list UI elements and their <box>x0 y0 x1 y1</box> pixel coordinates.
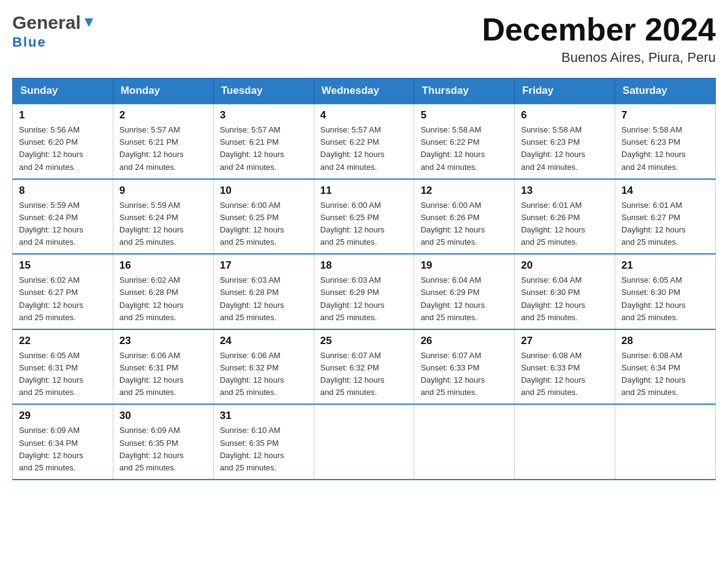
day-number: 15 <box>19 259 107 272</box>
table-row: 27 Sunrise: 6:08 AM Sunset: 6:33 PM Dayl… <box>515 329 615 405</box>
day-number: 16 <box>119 259 207 272</box>
day-info: Sunrise: 6:00 AM Sunset: 6:26 PM Dayligh… <box>420 199 508 249</box>
table-row: 22 Sunrise: 6:05 AM Sunset: 6:31 PM Dayl… <box>13 329 113 405</box>
table-row: 19 Sunrise: 6:04 AM Sunset: 6:29 PM Dayl… <box>414 254 515 329</box>
day-info: Sunrise: 6:03 AM Sunset: 6:29 PM Dayligh… <box>320 274 408 324</box>
table-row: 23 Sunrise: 6:06 AM Sunset: 6:31 PM Dayl… <box>113 329 213 405</box>
calendar-subtitle: Buenos Aires, Piura, Peru <box>482 50 716 66</box>
day-number: 3 <box>220 109 308 121</box>
day-number: 28 <box>621 335 709 347</box>
day-number: 25 <box>320 335 408 347</box>
calendar-week-row: 22 Sunrise: 6:05 AM Sunset: 6:31 PM Dayl… <box>13 329 716 405</box>
table-row: 25 Sunrise: 6:07 AM Sunset: 6:32 PM Dayl… <box>314 329 414 405</box>
day-number: 29 <box>19 410 107 422</box>
calendar-header-row: Sunday Monday Tuesday Wednesday Thursday… <box>13 79 716 104</box>
table-row: 24 Sunrise: 6:06 AM Sunset: 6:32 PM Dayl… <box>213 329 314 405</box>
header-sunday: Sunday <box>13 79 113 104</box>
day-number: 22 <box>19 335 107 347</box>
day-info: Sunrise: 6:00 AM Sunset: 6:25 PM Dayligh… <box>220 199 308 249</box>
day-info: Sunrise: 6:02 AM Sunset: 6:27 PM Dayligh… <box>19 274 107 324</box>
day-number: 27 <box>521 335 609 347</box>
day-number: 9 <box>119 185 207 197</box>
day-info: Sunrise: 5:59 AM Sunset: 6:24 PM Dayligh… <box>119 199 207 249</box>
table-row: 6 Sunrise: 5:58 AM Sunset: 6:23 PM Dayli… <box>515 104 615 179</box>
table-row: 26 Sunrise: 6:07 AM Sunset: 6:33 PM Dayl… <box>414 329 515 405</box>
day-number: 19 <box>420 259 508 272</box>
day-number: 18 <box>320 259 408 272</box>
day-number: 2 <box>119 109 207 121</box>
day-info: Sunrise: 6:05 AM Sunset: 6:31 PM Dayligh… <box>19 350 107 399</box>
day-number: 13 <box>521 185 609 197</box>
logo-general-text: General <box>12 12 81 33</box>
day-number: 14 <box>621 185 709 197</box>
table-row: 3 Sunrise: 5:57 AM Sunset: 6:21 PM Dayli… <box>213 104 314 179</box>
calendar-week-row: 29 Sunrise: 6:09 AM Sunset: 6:34 PM Dayl… <box>13 404 716 480</box>
header-friday: Friday <box>515 79 615 104</box>
day-number: 1 <box>19 109 107 121</box>
table-row: 21 Sunrise: 6:05 AM Sunset: 6:30 PM Dayl… <box>615 254 716 329</box>
calendar-week-row: 8 Sunrise: 5:59 AM Sunset: 6:24 PM Dayli… <box>13 179 716 255</box>
table-row: 29 Sunrise: 6:09 AM Sunset: 6:34 PM Dayl… <box>13 404 113 480</box>
day-info: Sunrise: 5:57 AM Sunset: 6:22 PM Dayligh… <box>320 124 408 174</box>
day-info: Sunrise: 5:57 AM Sunset: 6:21 PM Dayligh… <box>119 124 207 174</box>
table-row: 7 Sunrise: 5:58 AM Sunset: 6:23 PM Dayli… <box>615 104 716 179</box>
calendar-week-row: 15 Sunrise: 6:02 AM Sunset: 6:27 PM Dayl… <box>13 254 716 329</box>
header-saturday: Saturday <box>615 79 716 104</box>
day-number: 30 <box>119 410 207 422</box>
table-row: 10 Sunrise: 6:00 AM Sunset: 6:25 PM Dayl… <box>213 179 314 255</box>
day-number: 6 <box>521 109 609 121</box>
table-row: 1 Sunrise: 5:56 AM Sunset: 6:20 PM Dayli… <box>13 104 113 179</box>
day-number: 31 <box>220 410 308 422</box>
table-row <box>414 404 515 480</box>
day-number: 21 <box>621 259 709 272</box>
table-row: 31 Sunrise: 6:10 AM Sunset: 6:35 PM Dayl… <box>213 404 314 480</box>
table-row: 11 Sunrise: 6:00 AM Sunset: 6:25 PM Dayl… <box>314 179 414 255</box>
calendar-table: Sunday Monday Tuesday Wednesday Thursday… <box>12 78 716 480</box>
day-info: Sunrise: 6:07 AM Sunset: 6:33 PM Dayligh… <box>420 350 508 399</box>
day-number: 4 <box>320 109 408 121</box>
day-info: Sunrise: 5:58 AM Sunset: 6:22 PM Dayligh… <box>420 124 508 174</box>
day-number: 10 <box>220 185 308 197</box>
title-section: December 2024 Buenos Aires, Piura, Peru <box>482 12 716 66</box>
table-row: 30 Sunrise: 6:09 AM Sunset: 6:35 PM Dayl… <box>113 404 213 480</box>
day-info: Sunrise: 6:09 AM Sunset: 6:34 PM Dayligh… <box>19 424 107 474</box>
table-row: 15 Sunrise: 6:02 AM Sunset: 6:27 PM Dayl… <box>13 254 113 329</box>
day-info: Sunrise: 6:06 AM Sunset: 6:31 PM Dayligh… <box>119 350 207 399</box>
day-info: Sunrise: 6:06 AM Sunset: 6:32 PM Dayligh… <box>220 350 308 399</box>
day-info: Sunrise: 6:04 AM Sunset: 6:30 PM Dayligh… <box>521 274 609 324</box>
table-row: 9 Sunrise: 5:59 AM Sunset: 6:24 PM Dayli… <box>113 179 213 255</box>
day-number: 11 <box>320 185 408 197</box>
day-info: Sunrise: 6:01 AM Sunset: 6:27 PM Dayligh… <box>621 199 709 249</box>
day-number: 24 <box>220 335 308 347</box>
day-info: Sunrise: 6:02 AM Sunset: 6:28 PM Dayligh… <box>119 274 207 324</box>
day-number: 5 <box>420 109 508 121</box>
header-tuesday: Tuesday <box>213 79 314 104</box>
day-info: Sunrise: 5:58 AM Sunset: 6:23 PM Dayligh… <box>621 124 709 174</box>
day-number: 8 <box>19 185 107 197</box>
day-info: Sunrise: 6:08 AM Sunset: 6:33 PM Dayligh… <box>521 350 609 399</box>
table-row: 5 Sunrise: 5:58 AM Sunset: 6:22 PM Dayli… <box>414 104 515 179</box>
table-row: 2 Sunrise: 5:57 AM Sunset: 6:21 PM Dayli… <box>113 104 213 179</box>
day-info: Sunrise: 5:58 AM Sunset: 6:23 PM Dayligh… <box>521 124 609 174</box>
day-number: 12 <box>420 185 508 197</box>
table-row: 18 Sunrise: 6:03 AM Sunset: 6:29 PM Dayl… <box>314 254 414 329</box>
day-number: 20 <box>521 259 609 272</box>
day-info: Sunrise: 6:07 AM Sunset: 6:32 PM Dayligh… <box>320 350 408 399</box>
table-row: 20 Sunrise: 6:04 AM Sunset: 6:30 PM Dayl… <box>515 254 615 329</box>
day-number: 7 <box>621 109 709 121</box>
table-row <box>615 404 716 480</box>
day-info: Sunrise: 6:03 AM Sunset: 6:28 PM Dayligh… <box>220 274 308 324</box>
day-info: Sunrise: 6:01 AM Sunset: 6:26 PM Dayligh… <box>521 199 609 249</box>
day-number: 26 <box>420 335 508 347</box>
table-row: 13 Sunrise: 6:01 AM Sunset: 6:26 PM Dayl… <box>515 179 615 255</box>
table-row: 16 Sunrise: 6:02 AM Sunset: 6:28 PM Dayl… <box>113 254 213 329</box>
header-thursday: Thursday <box>414 79 515 104</box>
table-row <box>515 404 615 480</box>
logo-triangle-icon <box>82 16 96 29</box>
day-info: Sunrise: 6:09 AM Sunset: 6:35 PM Dayligh… <box>119 424 207 474</box>
table-row: 14 Sunrise: 6:01 AM Sunset: 6:27 PM Dayl… <box>615 179 716 255</box>
svg-marker-0 <box>85 18 93 27</box>
logo-blue-text: Blue <box>12 34 47 50</box>
day-number: 17 <box>220 259 308 272</box>
table-row: 28 Sunrise: 6:08 AM Sunset: 6:34 PM Dayl… <box>615 329 716 405</box>
